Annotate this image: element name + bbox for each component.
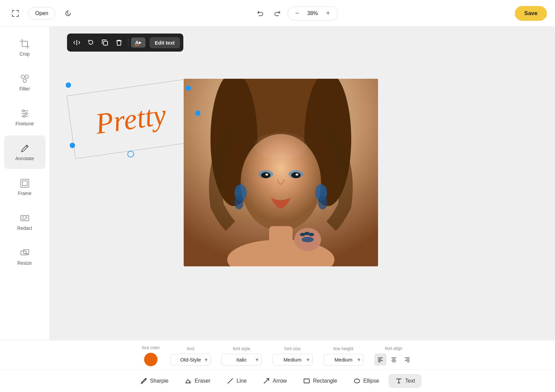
text-options-bar: font color font Old-Style Sans-Serif Ser…: [0, 340, 555, 370]
resize-handle-top-right[interactable]: [186, 85, 191, 91]
edit-text-button[interactable]: Edit text: [149, 37, 180, 48]
zoom-value: 38%: [304, 10, 321, 16]
fullscreen-button[interactable]: [8, 6, 23, 21]
topbar: Open − 38% + Save: [0, 0, 555, 27]
tool-sharpie-label: Sharpie: [150, 378, 169, 384]
sidebar-item-annotate[interactable]: Annotate: [4, 135, 46, 169]
tool-eraser-label: Eraser: [195, 378, 210, 384]
sidebar-item-crop[interactable]: Crop: [4, 31, 46, 64]
svg-point-47: [309, 233, 314, 236]
tool-sharpie[interactable]: Sharpie: [133, 374, 175, 388]
tool-ellipse[interactable]: Ellipse: [347, 374, 386, 388]
align-center-button[interactable]: [388, 353, 400, 366]
floating-toolbar: A▸ Edit text: [67, 34, 183, 52]
tool-rectangle-label: Rectangle: [313, 378, 337, 384]
line-height-label: line height: [333, 346, 353, 351]
svg-point-34: [291, 172, 301, 178]
svg-point-11: [25, 113, 27, 115]
sidebar-item-filter[interactable]: Filter: [4, 66, 46, 99]
font-color-group: font color: [142, 345, 160, 366]
photo-svg: [184, 79, 378, 266]
sidebar: Crop Filter Finetune: [0, 27, 50, 340]
rotate-handle[interactable]: [127, 151, 134, 157]
tool-text[interactable]: Text: [388, 374, 422, 388]
tool-arrow-label: Arrow: [273, 378, 287, 384]
flip-horizontal-button[interactable]: [70, 36, 83, 49]
delete-button[interactable]: [113, 36, 125, 49]
line-height-select[interactable]: Medium Small Large: [323, 354, 364, 366]
font-size-group: font size Medium Small Large X-Large: [272, 346, 313, 366]
zoom-out-button[interactable]: −: [292, 8, 303, 19]
sidebar-item-redact-label: Redact: [17, 225, 32, 231]
svg-point-6: [23, 79, 26, 82]
zoom-in-button[interactable]: +: [323, 8, 333, 19]
svg-line-64: [264, 379, 269, 383]
svg-rect-14: [22, 181, 27, 186]
bottom-section: font color font Old-Style Sans-Serif Ser…: [0, 340, 555, 392]
toolbar-divider: [128, 39, 128, 47]
font-select-wrapper: Old-Style Sans-Serif Serif Monospace: [171, 354, 211, 366]
sidebar-item-crop-label: Crop: [19, 51, 29, 57]
text-align-label: text align: [385, 346, 403, 351]
svg-point-40: [318, 196, 327, 209]
font-color-label: font color: [142, 345, 160, 350]
tool-rectangle[interactable]: Rectangle: [296, 374, 344, 388]
canvas-text-content: Pretty: [63, 75, 199, 163]
font-style-select[interactable]: Italic Normal Bold Bold Italic: [222, 354, 262, 366]
svg-point-4: [21, 75, 24, 78]
svg-point-44: [302, 237, 314, 242]
svg-point-38: [234, 196, 244, 209]
line-height-select-wrapper: Medium Small Large: [323, 354, 364, 366]
resize-handle-middle-right[interactable]: [195, 111, 200, 116]
canvas-text-element[interactable]: Pretty: [67, 84, 194, 154]
sidebar-item-filter-label: Filter: [19, 86, 30, 91]
svg-point-48: [254, 132, 308, 159]
svg-point-35: [265, 174, 268, 176]
open-button[interactable]: Open: [28, 7, 55, 19]
tool-eraser[interactable]: Eraser: [178, 374, 217, 388]
svg-point-12: [23, 115, 25, 117]
text-color-button[interactable]: A▸: [131, 38, 145, 48]
svg-rect-65: [304, 379, 309, 383]
topbar-right: Save: [515, 6, 547, 21]
font-group: font Old-Style Sans-Serif Serif Monospac…: [171, 346, 211, 366]
font-size-label: font size: [285, 346, 301, 351]
line-height-group: line height Medium Small Large: [323, 346, 364, 366]
tool-line-label: Line: [237, 378, 247, 384]
font-style-select-wrapper: Italic Normal Bold Bold Italic: [222, 354, 262, 366]
canvas-area[interactable]: A▸ Edit text Pretty: [50, 27, 555, 340]
font-select[interactable]: Old-Style Sans-Serif Serif Monospace: [171, 354, 211, 366]
duplicate-button[interactable]: [99, 36, 111, 49]
sidebar-item-resize[interactable]: Resize: [4, 240, 46, 273]
sidebar-item-finetune-label: Finetune: [15, 121, 34, 126]
text-bounding-box: Pretty: [67, 84, 194, 154]
svg-point-10: [22, 110, 24, 112]
sidebar-item-frame[interactable]: Frame: [4, 170, 46, 204]
resize-handle-top-left[interactable]: [66, 82, 71, 88]
save-button[interactable]: Save: [515, 6, 547, 21]
redo-button[interactable]: [270, 6, 285, 21]
sidebar-item-annotate-label: Annotate: [15, 156, 34, 161]
text-align-group: text align: [374, 346, 413, 366]
rotate-button[interactable]: [84, 36, 97, 49]
canvas-photo: [184, 79, 378, 266]
svg-point-36: [296, 174, 298, 176]
zoom-control: − 38% +: [288, 6, 338, 20]
font-style-group: font style Italic Normal Bold Bold Itali…: [222, 346, 262, 366]
tool-arrow[interactable]: Arrow: [256, 374, 294, 388]
sidebar-item-frame-label: Frame: [18, 191, 31, 196]
sidebar-item-resize-label: Resize: [17, 260, 32, 266]
tool-line[interactable]: Line: [220, 374, 253, 388]
align-left-button[interactable]: [374, 353, 386, 366]
history-button[interactable]: [61, 6, 75, 21]
align-right-button[interactable]: [401, 353, 413, 366]
font-label: font: [187, 346, 194, 351]
undo-button[interactable]: [253, 6, 267, 21]
font-size-select[interactable]: Medium Small Large X-Large: [272, 354, 313, 366]
font-color-swatch[interactable]: [144, 353, 158, 366]
sidebar-item-redact[interactable]: Redact: [4, 205, 46, 239]
resize-handle-bottom-left[interactable]: [70, 143, 75, 148]
svg-rect-13: [21, 179, 29, 187]
svg-point-33: [261, 172, 270, 178]
sidebar-item-finetune[interactable]: Finetune: [4, 101, 46, 134]
